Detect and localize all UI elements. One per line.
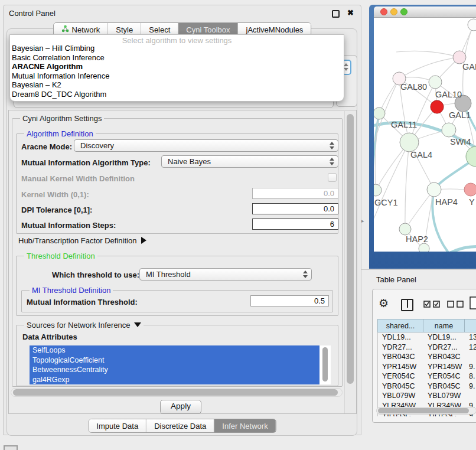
bottom-tab-discretize-data[interactable]: Discretize Data — [146, 419, 214, 432]
bottom-tab-impute-data[interactable]: Impute Data — [89, 419, 146, 432]
table-cell[interactable]: 9. — [465, 381, 476, 392]
settings-horizontal-scrollbar[interactable] — [11, 388, 343, 397]
column-header[interactable]: name — [423, 319, 464, 332]
algorithm-definition-title: Algorithm Definition — [24, 129, 96, 138]
minimize-traffic-light[interactable] — [390, 8, 397, 15]
table-cell[interactable]: YBL079W — [378, 391, 423, 401]
algorithm-option[interactable]: Basic Correlation Inference — [10, 53, 344, 63]
network-window-titlebar[interactable] — [374, 6, 476, 18]
table-row[interactable]: YDL19...YDL19...13 — [378, 332, 476, 343]
aracne-mode-select[interactable]: Discovery — [74, 139, 338, 152]
column-header[interactable]: A — [464, 319, 476, 332]
network-node-SWI4[interactable] — [442, 123, 456, 137]
mi-threshold-input[interactable] — [250, 295, 329, 306]
network-node-node-red[interactable] — [431, 100, 444, 113]
table-row[interactable]: YPR145WYPR145W9. — [378, 362, 476, 372]
tab-label: Style — [116, 25, 133, 34]
new-table-icon[interactable] — [470, 296, 476, 309]
table-cell[interactable]: YBR045C — [378, 381, 423, 392]
table-cell[interactable]: YDR27... — [378, 343, 423, 353]
table-cell[interactable]: YBL079W — [423, 391, 465, 401]
table-cell[interactable]: 13 — [465, 332, 476, 343]
network-edge[interactable] — [399, 57, 459, 79]
table-cell[interactable] — [465, 352, 476, 362]
split-columns-icon[interactable] — [401, 299, 413, 311]
sources-title-text: Sources for Network Inference — [27, 321, 131, 330]
table-cell[interactable]: YDL19... — [423, 332, 465, 343]
dpi-tolerance-input[interactable] — [252, 203, 338, 214]
mi-type-select[interactable]: Naive Bayes — [161, 155, 338, 168]
table-cell[interactable]: YPR145W — [423, 362, 465, 372]
table-cell[interactable]: 12 — [465, 343, 476, 353]
network-node-node-salmon[interactable] — [464, 183, 476, 196]
algorithm-option[interactable]: Mutual Information Inference — [10, 71, 344, 81]
settings-vertical-scrollbar[interactable] — [344, 111, 357, 413]
table-cell[interactable]: 9. — [465, 362, 476, 372]
table-cell[interactable]: 8. — [465, 371, 476, 381]
manual-kernel-checkbox[interactable] — [328, 173, 337, 182]
algorithm-option[interactable]: ARACNE Algorithm — [10, 62, 344, 71]
attribute-item[interactable]: BetweennessCentrality — [30, 365, 319, 375]
table-horizontal-scrollbar[interactable] — [376, 407, 476, 415]
table-cell[interactable]: YPR145W — [378, 362, 423, 372]
network-node-HAP2[interactable] — [399, 223, 411, 235]
network-node-GAL10[interactable] — [429, 76, 442, 89]
algorithm-option[interactable]: Bayesian – K2 — [10, 80, 344, 90]
mi-steps-input[interactable] — [252, 219, 338, 230]
network-node-GAL4[interactable] — [400, 133, 419, 152]
table-row[interactable]: YDR27...YDR27...12 — [378, 343, 476, 353]
scrollbar-thumb[interactable] — [13, 389, 338, 396]
network-edge[interactable] — [396, 51, 459, 57]
docked-panel-icon[interactable] — [4, 445, 18, 450]
table-row[interactable]: YBL079WYBL079W — [378, 391, 476, 401]
table-row[interactable]: YBR045CYBR045C9. — [378, 381, 476, 392]
table-cell[interactable]: YBR043C — [378, 352, 423, 362]
select-all-checks-icon[interactable] — [423, 301, 441, 308]
zoom-traffic-light[interactable] — [400, 8, 407, 15]
attribute-item[interactable]: TopologicalCoefficient — [30, 356, 319, 366]
hub-definition-toggle[interactable]: Hub/Transcription Factor Definition — [18, 236, 146, 245]
algorithm-option[interactable]: Bayesian – Hill Climbing — [10, 44, 344, 53]
close-traffic-light[interactable] — [380, 8, 387, 15]
data-attributes-list: SelfLoopsTopologicalCoefficientBetweenne… — [30, 345, 331, 384]
table-cell[interactable]: YER054C — [423, 371, 465, 381]
table-cell[interactable]: YBR043C — [423, 352, 465, 362]
table-cell[interactable]: YDL19... — [378, 332, 423, 343]
settings-gear-icon[interactable]: ⚙ — [379, 296, 389, 310]
table-row[interactable]: YBR043CYBR043C — [378, 352, 476, 362]
table-cell[interactable] — [465, 391, 476, 401]
node-label-SWI4: SWI4 — [450, 137, 471, 146]
table-row[interactable]: YER054CYER054C8. — [378, 371, 476, 381]
attribute-item[interactable]: SelfLoops — [30, 345, 319, 356]
apply-button[interactable]: Apply — [160, 400, 201, 414]
list-scrollbar-thumb[interactable] — [322, 347, 328, 381]
column-header[interactable]: shared... — [377, 319, 423, 332]
sources-title[interactable]: Sources for Network Inference — [24, 321, 144, 330]
kernel-width-input[interactable] — [252, 188, 338, 199]
network-graph[interactable]: GALGAL80GAL10GAL1GAL11SWI4GAL4GCY1HAP4YH… — [374, 18, 476, 252]
algorithm-option[interactable]: Dream8 DC_TDC Algorithm — [10, 90, 344, 99]
table-cell[interactable]: YBR045C — [423, 381, 465, 392]
table-panel-title: Table Panel — [376, 275, 416, 284]
network-node-node-bottom[interactable] — [419, 243, 429, 252]
network-canvas[interactable]: GALGAL80GAL10GAL1GAL11SWI4GAL4GCY1HAP4YH… — [374, 18, 476, 252]
close-icon[interactable]: ✖ — [347, 8, 354, 17]
table-cell[interactable]: YDR27... — [423, 343, 465, 353]
scrollbar-thumb[interactable] — [378, 408, 469, 413]
scrollbar-thumb[interactable] — [347, 114, 354, 384]
table-cell[interactable]: YER054C — [378, 371, 423, 381]
network-edge[interactable] — [405, 142, 409, 229]
bottom-tab-infer-network[interactable]: Infer Network — [214, 419, 275, 432]
algorithm-dropdown-popup: Select algorithm to view settings Bayesi… — [9, 34, 344, 102]
network-node-HAP4[interactable] — [427, 182, 441, 197]
network-node-node-top[interactable] — [468, 19, 476, 31]
network-node-GAL11[interactable] — [374, 107, 385, 119]
deselect-all-icon[interactable] — [447, 301, 465, 308]
network-node-GCY1[interactable] — [374, 184, 382, 196]
float-window-icon[interactable] — [332, 10, 340, 18]
hub-definition-label: Hub/Transcription Factor Definition — [18, 236, 136, 245]
mi-steps-label: Mutual Information Steps: — [21, 221, 116, 230]
which-threshold-select[interactable]: MI Threshold — [139, 268, 312, 281]
attribute-item[interactable]: gal4RGexp — [30, 375, 319, 385]
splitter-handle[interactable]: ▸ — [361, 218, 364, 224]
